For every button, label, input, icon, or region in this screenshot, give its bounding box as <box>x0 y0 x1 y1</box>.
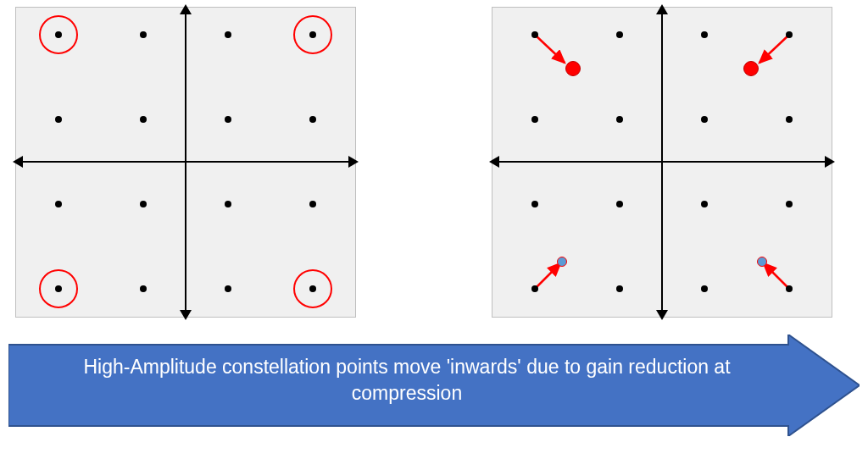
y-axis-arrow-down <box>180 310 192 320</box>
constellation-point <box>786 31 793 38</box>
compressed-corner-tl <box>565 61 581 76</box>
constellation-point <box>616 31 623 38</box>
compression-arrows <box>492 8 832 317</box>
constellation-point <box>140 285 147 292</box>
constellation-point <box>140 116 147 123</box>
constellation-point <box>140 201 147 207</box>
svg-line-1 <box>760 35 789 63</box>
constellation-point <box>531 116 538 123</box>
constellation-point <box>786 116 793 123</box>
compressed-corner-bl <box>557 257 567 267</box>
constellation-point <box>531 31 538 38</box>
constellation-point <box>55 31 62 38</box>
svg-line-0 <box>535 35 565 63</box>
constellation-point <box>225 31 231 38</box>
compressed-corner-tr <box>743 61 759 76</box>
constellation-point <box>616 201 623 207</box>
y-axis <box>185 14 186 310</box>
svg-line-3 <box>764 263 789 289</box>
constellation-point <box>701 31 708 38</box>
constellation-point <box>701 285 708 292</box>
constellation-point <box>309 201 316 207</box>
svg-line-2 <box>535 263 560 289</box>
constellation-point <box>309 285 316 292</box>
constellation-point <box>55 116 62 123</box>
y-axis-arrow-up <box>180 4 192 14</box>
constellation-point <box>531 201 538 207</box>
constellation-point <box>701 201 708 207</box>
constellation-point <box>309 116 316 123</box>
constellation-point <box>701 116 708 123</box>
constellation-point <box>309 31 316 38</box>
constellation-point <box>786 285 793 292</box>
constellation-point <box>616 285 623 292</box>
constellation-before <box>15 7 356 318</box>
x-axis-arrow-right <box>348 156 359 168</box>
compressed-corner-br <box>757 257 767 267</box>
constellation-point <box>55 201 62 207</box>
constellation-point <box>531 285 538 292</box>
constellation-point <box>616 116 623 123</box>
constellation-point <box>55 285 62 292</box>
x-axis-arrow-left <box>13 156 23 168</box>
constellation-point <box>786 201 793 207</box>
constellation-point <box>225 285 231 292</box>
constellation-point <box>140 31 147 38</box>
constellation-after <box>492 7 832 318</box>
explanation-text: High-Amplitude constellation points move… <box>34 354 780 406</box>
constellation-point <box>225 116 231 123</box>
constellation-point <box>225 201 231 207</box>
